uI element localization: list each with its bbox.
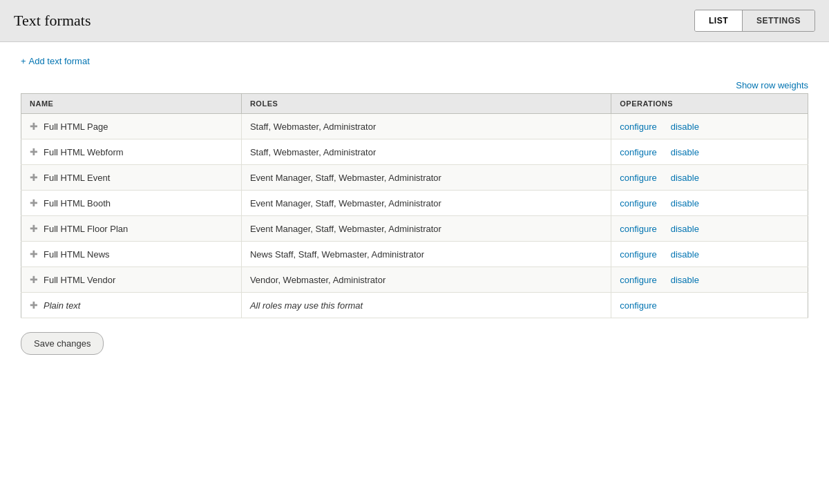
operations-cell: configuredisable — [611, 191, 808, 216]
name-cell: ✚Full HTML Page — [21, 114, 242, 139]
name-cell: ✚Full HTML Webform — [21, 139, 242, 165]
row-roles: Event Manager, Staff, Webmaster, Adminis… — [250, 173, 441, 183]
op-disable-link[interactable]: disable — [671, 224, 699, 234]
table-row: ✚Full HTML BoothEvent Manager, Staff, We… — [21, 191, 808, 216]
add-text-format-label: Add text format — [29, 56, 90, 66]
roles-cell: Event Manager, Staff, Webmaster, Adminis… — [241, 216, 611, 242]
row-name: Full HTML News — [44, 249, 110, 260]
col-header-name: NAME — [21, 94, 242, 114]
name-cell: ✚Full HTML Booth — [21, 191, 242, 216]
op-configure-link[interactable]: configure — [620, 224, 656, 234]
show-row-weights-link[interactable]: Show row weights — [736, 80, 808, 90]
table-row: ✚Full HTML NewsNews Staff, Staff, Webmas… — [21, 242, 808, 267]
operations-cell: configure — [611, 293, 808, 318]
save-changes-button[interactable]: Save changes — [21, 332, 104, 355]
row-roles: Staff, Webmaster, Administrator — [250, 147, 376, 157]
op-disable-link[interactable]: disable — [671, 249, 699, 260]
operations-cell: configuredisable — [611, 139, 808, 165]
table-row: ✚Full HTML VendorVendor, Webmaster, Admi… — [21, 267, 808, 293]
row-name: Full HTML Vendor — [44, 275, 115, 285]
op-configure-link[interactable]: configure — [620, 147, 656, 157]
roles-cell: All roles may use this format — [241, 293, 611, 318]
operations-cell: configuredisable — [611, 165, 808, 191]
name-cell: ✚Plain text — [21, 293, 242, 318]
op-disable-link[interactable]: disable — [671, 147, 699, 157]
op-configure-link[interactable]: configure — [620, 173, 656, 183]
roles-cell: News Staff, Staff, Webmaster, Administra… — [241, 242, 611, 267]
drag-handle-icon[interactable]: ✚ — [30, 249, 38, 260]
table-row: ✚Full HTML EventEvent Manager, Staff, We… — [21, 165, 808, 191]
row-name: Full HTML Floor Plan — [44, 224, 128, 234]
op-disable-link[interactable]: disable — [671, 275, 699, 285]
col-header-operations: OPERATIONS — [611, 94, 808, 114]
row-roles: Event Manager, Staff, Webmaster, Adminis… — [250, 224, 441, 234]
drag-handle-icon[interactable]: ✚ — [30, 172, 38, 183]
op-disable-link[interactable]: disable — [671, 198, 699, 209]
roles-cell: Staff, Webmaster, Administrator — [241, 114, 611, 139]
name-cell: ✚Full HTML Vendor — [21, 267, 242, 293]
operations-cell: configuredisable — [611, 242, 808, 267]
op-disable-link[interactable]: disable — [671, 122, 699, 132]
tab-group: LIST SETTINGS — [694, 10, 815, 32]
tab-list[interactable]: LIST — [695, 10, 743, 31]
drag-handle-icon[interactable]: ✚ — [30, 121, 38, 132]
table-row: ✚Plain textAll roles may use this format… — [21, 293, 808, 318]
page-header: Text formats LIST SETTINGS — [0, 0, 829, 42]
page-title: Text formats — [14, 12, 90, 30]
drag-handle-icon[interactable]: ✚ — [30, 274, 38, 285]
drag-handle-icon[interactable]: ✚ — [30, 197, 38, 209]
table-header-row: NAME ROLES OPERATIONS — [21, 94, 808, 114]
table-row: ✚Full HTML PageStaff, Webmaster, Adminis… — [21, 114, 808, 139]
row-name: Full HTML Webform — [44, 147, 124, 157]
operations-cell: configuredisable — [611, 267, 808, 293]
row-roles: Staff, Webmaster, Administrator — [250, 122, 376, 132]
row-roles: News Staff, Staff, Webmaster, Administra… — [250, 249, 424, 260]
col-header-roles: ROLES — [241, 94, 611, 114]
op-configure-link[interactable]: configure — [620, 122, 656, 132]
name-cell: ✚Full HTML News — [21, 242, 242, 267]
op-configure-link[interactable]: configure — [620, 198, 656, 209]
row-roles: Vendor, Webmaster, Administrator — [250, 275, 385, 285]
tab-settings[interactable]: SETTINGS — [743, 10, 814, 31]
add-text-format-link[interactable]: + Add text format — [21, 56, 90, 66]
drag-handle-icon[interactable]: ✚ — [30, 146, 38, 157]
roles-cell: Event Manager, Staff, Webmaster, Adminis… — [241, 191, 611, 216]
row-name: Full HTML Page — [44, 122, 108, 132]
roles-cell: Vendor, Webmaster, Administrator — [241, 267, 611, 293]
row-weights-row: Show row weights — [21, 80, 808, 90]
row-roles: Event Manager, Staff, Webmaster, Adminis… — [250, 198, 441, 209]
plus-icon: + — [21, 56, 26, 66]
name-cell: ✚Full HTML Event — [21, 165, 242, 191]
row-name: Full HTML Event — [44, 173, 110, 183]
table-row: ✚Full HTML WebformStaff, Webmaster, Admi… — [21, 139, 808, 165]
row-roles: All roles may use this format — [250, 300, 363, 311]
op-configure-link[interactable]: configure — [620, 249, 656, 260]
content-area: + Add text format Show row weights NAME … — [0, 42, 829, 369]
text-formats-table: NAME ROLES OPERATIONS ✚Full HTML PageSta… — [21, 93, 808, 318]
operations-cell: configuredisable — [611, 114, 808, 139]
op-configure-link[interactable]: configure — [620, 275, 656, 285]
row-name: Full HTML Booth — [44, 198, 111, 209]
roles-cell: Event Manager, Staff, Webmaster, Adminis… — [241, 165, 611, 191]
operations-cell: configuredisable — [611, 216, 808, 242]
table-row: ✚Full HTML Floor PlanEvent Manager, Staf… — [21, 216, 808, 242]
op-disable-link[interactable]: disable — [671, 173, 699, 183]
row-name: Plain text — [44, 300, 80, 311]
drag-handle-icon[interactable]: ✚ — [30, 300, 38, 311]
roles-cell: Staff, Webmaster, Administrator — [241, 139, 611, 165]
drag-handle-icon[interactable]: ✚ — [30, 223, 38, 234]
op-configure-link[interactable]: configure — [620, 300, 656, 311]
name-cell: ✚Full HTML Floor Plan — [21, 216, 242, 242]
